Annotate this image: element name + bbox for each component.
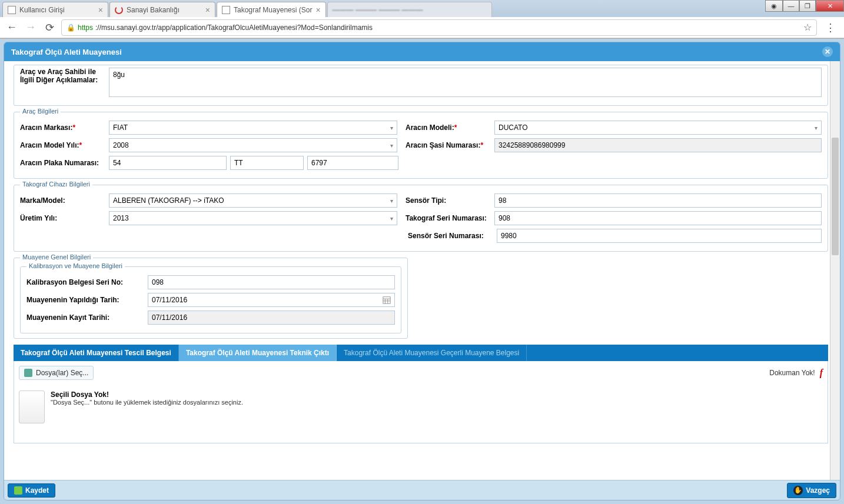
date-reg-label: Muayenenin Kayıt Tarihi:	[26, 313, 144, 322]
bookmark-star-icon[interactable]: ☆	[803, 22, 812, 33]
document-tabs: Takograf Ölçü Aleti Muayenesi Tescil Bel…	[14, 345, 828, 361]
owner-info-section: Araç ve Araç Sahibi ile İlgili Diğer Açı…	[14, 65, 828, 106]
vehicle-plate-1-input[interactable]: 54	[109, 156, 227, 170]
vehicle-chassis-label: Aracın Şasi Numarası:*	[406, 141, 491, 149]
tab-title: Takograf Muayenesi (Sor	[234, 6, 312, 14]
modal-panel: Takograf Ölçü Aleti Muayenesi ✕ Araç ve …	[4, 42, 840, 500]
owner-notes-textarea[interactable]: 8ğu	[109, 68, 822, 97]
scrollbar-thumb[interactable]	[832, 138, 839, 255]
save-button[interactable]: Kaydet	[8, 483, 55, 498]
browser-tab-3[interactable]: Takograf Muayenesi (Sor ×	[217, 2, 326, 17]
inspection-inner-legend: Kalibrasyon ve Muayene Bilgileri	[26, 262, 125, 269]
forward-button[interactable]: →	[24, 21, 38, 35]
browser-tabs: Kullanıcı Girişi × Sanayi Bakanlığı × Ta…	[0, 0, 844, 17]
calibration-section: Kalibrasyon ve Muayene Bilgileri Kalibra…	[20, 266, 401, 333]
cert-no-input[interactable]: 098	[148, 275, 395, 289]
page-icon	[222, 6, 230, 14]
sensor-type-input[interactable]: 98	[494, 193, 822, 208]
calendar-icon[interactable]	[381, 296, 392, 304]
reload-button[interactable]: ⟳	[42, 21, 57, 35]
vehicle-chassis-input: 32425889086980999	[494, 138, 822, 152]
tacho-year-label: Üretim Yılı:	[20, 214, 105, 222]
vehicle-model-label: Aracın Modeli:*	[406, 124, 491, 132]
vehicle-plate-3-input[interactable]: 6797	[307, 156, 398, 170]
panel-close-button[interactable]: ✕	[822, 46, 833, 57]
panel-header: Takograf Ölçü Aleti Muayenesi ✕	[4, 42, 840, 61]
tab-title: Sanayi Bakanlığı	[127, 6, 180, 14]
svg-rect-0	[383, 297, 390, 303]
cancel-button[interactable]: ✋ Vazgeç	[787, 483, 836, 498]
blurred-title: ——— ——— ——— ———	[333, 6, 423, 14]
browser-tab-1[interactable]: Kullanıcı Girişi ×	[2, 2, 108, 17]
vehicle-brand-combo[interactable]: FIAT	[109, 121, 397, 135]
panel-title: Takograf Ölçü Aleti Muayenesi	[11, 48, 122, 56]
select-files-button[interactable]: Dosya(lar) Seç...	[19, 366, 94, 380]
vehicle-legend: Araç Bilgileri	[20, 108, 61, 115]
date-done-label: Muayenenin Yapıldığı Tarih:	[26, 296, 144, 304]
swirl-icon	[115, 6, 123, 14]
tacho-brand-label: Marka/Model:	[20, 196, 105, 205]
vehicle-plate-label: Aracın Plaka Numarası:	[20, 159, 105, 167]
doc-tab-registration[interactable]: Takograf Ölçü Aleti Muayenesi Tescil Bel…	[14, 345, 179, 361]
owner-notes-label: Araç ve Araç Sahibi ile İlgili Diğer Açı…	[20, 68, 105, 84]
sensor-serial-label: Sensör Seri Numarası:	[408, 232, 493, 240]
tacho-serial-label: Takograf Seri Numarası:	[406, 214, 491, 222]
vehicle-year-combo[interactable]: 2008	[109, 138, 397, 152]
doc-tab-technical[interactable]: Takograf Ölçü Aleti Muayenesi Teknik Çık…	[179, 345, 337, 361]
panel-body: Araç ve Araç Sahibi ile İlgili Diğer Açı…	[4, 61, 840, 480]
inspection-general-section: Muayene Genel Bilgileri Kalibrasyon ve M…	[14, 258, 408, 339]
maximize-button[interactable]: ❐	[799, 0, 816, 12]
sensor-serial-input[interactable]: 9980	[497, 229, 822, 243]
close-icon[interactable]: ×	[98, 5, 103, 15]
vehicle-model-combo[interactable]: DUCATO	[494, 121, 822, 135]
no-file-subtitle: "Dosya Seç..." butonu ile yüklemek isted…	[51, 399, 243, 406]
background-window-tab: ——— ——— ——— ———	[327, 2, 492, 17]
vehicle-plate-2-input[interactable]: TT	[230, 156, 304, 170]
tab-title: Kullanıcı Girişi	[19, 6, 65, 14]
user-icon[interactable]: ◉	[765, 0, 783, 12]
sensor-type-label: Sensör Tipi:	[406, 196, 491, 205]
folder-icon	[24, 369, 32, 377]
cancel-icon: ✋	[793, 486, 803, 495]
tacho-serial-input[interactable]: 908	[494, 211, 822, 225]
address-bar-row: ← → ⟳ 🔒 https://msu.sanayi.gov.tr/app/ap…	[0, 17, 844, 38]
no-file-title: Seçili Dosya Yok!	[51, 390, 243, 399]
file-preview: Seçili Dosya Yok! "Dosya Seç..." butonu …	[19, 390, 823, 423]
cert-no-label: Kalibrasyon Belgesi Seri No:	[26, 278, 144, 286]
vehicle-brand-label: Aracın Markası:*	[20, 124, 105, 132]
tacho-year-combo[interactable]: 2013	[109, 211, 397, 225]
save-icon	[14, 486, 22, 495]
browser-tab-2[interactable]: Sanayi Bakanlığı ×	[109, 2, 215, 17]
date-reg-input: 07/11/2016	[148, 311, 395, 325]
flash-icon: f	[820, 368, 823, 378]
window-close-button[interactable]: ✕	[816, 0, 844, 12]
document-panel: Dosya(lar) Seç... Dokuman Yok! f Seçili …	[14, 361, 828, 443]
browser-menu-button[interactable]: ⋮	[822, 21, 839, 34]
page-icon	[8, 6, 16, 14]
url-scheme: https	[78, 24, 93, 32]
tacho-legend: Takograf Cihazı Bilgileri	[20, 181, 92, 188]
lock-icon: 🔒	[67, 24, 75, 32]
back-button[interactable]: ←	[5, 21, 19, 35]
browser-chrome: Kullanıcı Girişi × Sanayi Bakanlığı × Ta…	[0, 0, 844, 39]
url-path: ://msu.sanayi.gov.tr/app/application/Tak…	[95, 24, 373, 32]
vehicle-info-section: Araç Bilgileri Aracın Markası:* FIAT Ara…	[14, 112, 828, 179]
address-bar[interactable]: 🔒 https://msu.sanayi.gov.tr/app/applicat…	[61, 19, 817, 36]
panel-footer: Kaydet ✋ Vazgeç	[4, 480, 840, 500]
minimize-button[interactable]: —	[783, 0, 799, 12]
close-icon[interactable]: ×	[315, 5, 320, 15]
no-document-text: Dokuman Yok!	[769, 369, 815, 377]
vehicle-year-label: Aracın Model Yılı:*	[20, 141, 105, 149]
window-controls: ◉ — ❐ ✕	[765, 0, 844, 12]
file-thumb-icon	[19, 390, 45, 423]
close-icon[interactable]: ×	[205, 5, 210, 15]
doc-tab-valid-inspection[interactable]: Takograf Ölçü Aleti Muayenesi Geçerli Mu…	[337, 345, 527, 361]
tachograph-device-section: Takograf Cihazı Bilgileri Marka/Model: A…	[14, 185, 828, 252]
page-wrap: Takograf Ölçü Aleti Muayenesi ✕ Araç ve …	[0, 38, 844, 504]
inspection-outer-legend: Muayene Genel Bilgileri	[20, 253, 93, 261]
tacho-brand-combo[interactable]: ALBEREN (TAKOGRAF) --> iTAKO	[109, 193, 397, 208]
vertical-scrollbar[interactable]	[830, 61, 840, 480]
date-done-input[interactable]: 07/11/2016	[148, 293, 395, 307]
